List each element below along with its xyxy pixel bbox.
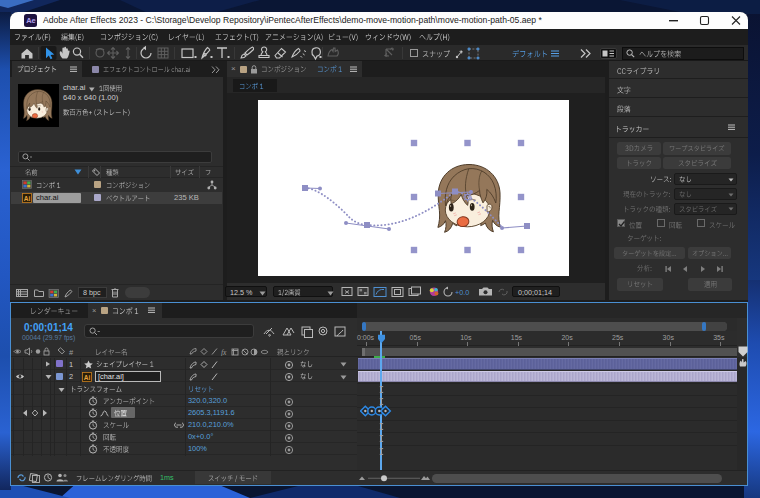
svg-text:fx: fx bbox=[221, 348, 227, 357]
svg-text:Ai: Ai bbox=[24, 195, 31, 202]
svg-text:Ai: Ai bbox=[84, 373, 91, 380]
svg-text:#: # bbox=[69, 348, 74, 357]
